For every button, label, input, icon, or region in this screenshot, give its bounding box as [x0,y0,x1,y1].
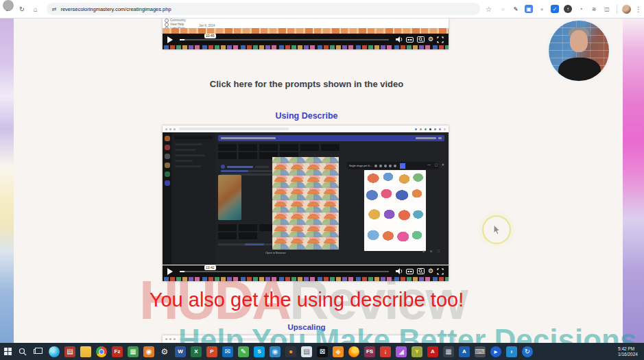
extension-arrow-icon[interactable]: ↑ [564,5,572,13]
video1-controls: 10:45 ⚙ [163,34,449,45]
webpage: Community View Help Light Mode Jan 6, 20… [0,18,644,343]
picture-in-picture-icon[interactable] [417,36,425,43]
window-controls[interactable]: — ▢ ✕ [427,163,446,167]
extension-image-icon[interactable]: ▣ [525,5,533,13]
blob-watercolor-card[interactable] [364,170,426,251]
forward-icon[interactable]: → [3,0,14,11]
extension-check-icon[interactable]: ✓ [551,5,559,13]
profile-avatar[interactable] [622,5,631,14]
taskbar-app-fs[interactable]: FS [364,346,375,357]
start-button[interactable] [0,343,15,360]
home-icon[interactable]: ⌂ [30,3,41,14]
watercolor-left-border [0,18,14,343]
taskbar-app-pattern[interactable]: ◢ [396,346,407,357]
taskbar-app-sync[interactable]: ↻ [522,346,533,357]
red-caption: You also get the using describe too! [103,289,510,311]
scallop-watercolor-image[interactable] [272,157,339,250]
taskbar-app-orange[interactable]: ◆ [333,346,344,357]
toolbar-separator [617,5,617,14]
taskbar-app-word[interactable]: W [175,346,186,357]
taskbar-app-recorder[interactable]: ● [285,346,296,357]
discord-window: Single image per th… — ▢ ✕ Open in Brows… [163,132,449,265]
video1-frame: Community View Help Light Mode Jan 6, 20… [163,19,449,34]
browser-toolbar: ← → ↻ ⌂ ⇄ reversecoloringmastery.com/cre… [0,0,644,19]
address-bar[interactable]: ⇄ reversecoloringmastery.com/creatingima… [47,3,480,15]
taskbar-app-calculator[interactable]: ▦ [443,346,454,357]
taskbar-app-filezilla[interactable]: Fz [112,346,123,357]
taskbar-app-downloader[interactable]: ↓ [380,346,391,357]
taskbar-app-autocad[interactable]: A [459,346,470,357]
windows-taskbar: ▤Fz▦◉⚙WXP✉✎S◉●▤⊠◆FS↓◢YA▦A⌨▸◗↻ 5:42 PM 1/… [0,343,644,360]
taskbar-apps: ▤Fz▦◉⚙WXP✉✎S◉●▤⊠◆FS↓◢YA▦A⌨▸◗↻ [49,346,533,357]
taskbar-app-chrome[interactable] [96,346,107,357]
taskbar-app-skype[interactable]: S [254,346,265,357]
fullscreen-icon[interactable] [437,36,444,43]
taskbar-app-powerpoint[interactable]: P [206,346,217,357]
refresh-icon[interactable]: ↻ [16,3,27,14]
taskbar-app-explorer[interactable] [80,346,91,357]
taskbar-app-store[interactable]: ▤ [64,346,75,357]
taskbar-app-chat[interactable]: ◗ [506,346,517,357]
settings-gear-icon[interactable]: ⚙ [428,36,433,43]
blob-watercolor-image [366,172,424,249]
sidebar-panel-icon[interactable]: ◫ [603,5,611,13]
video1-time-tooltip: 10:45 [204,34,216,38]
clock-date: 1/16/2024 [618,352,643,357]
taskbar-app-settings[interactable]: ⚙ [159,346,170,357]
extensions-row: ○✎▣●✓↑◔≋◫ [499,5,611,13]
presenter-webcam [547,19,611,83]
taskbar-app-navigator[interactable]: ▸ [490,346,501,357]
video-player-top[interactable]: Community View Help Light Mode Jan 6, 20… [163,19,449,49]
taskbar-app-mail[interactable]: ✉ [222,346,233,357]
taskbar-app-snagit[interactable]: ▦ [128,346,139,357]
taskbar-app-firefox[interactable] [348,346,359,357]
presenter-body [558,58,601,83]
taskbar-app-excel[interactable]: X [191,346,202,357]
bookmark-star-icon[interactable]: ☆ [486,5,492,13]
browser-menu-icon[interactable]: ⋮ [635,5,642,13]
extension-ring-icon[interactable]: ○ [499,5,507,13]
task-view-icon [34,348,43,355]
extension-pen-icon[interactable]: ✎ [512,5,520,13]
lightbox-label: Single image per th… [349,165,372,167]
using-describe-link[interactable]: Using Describe [128,111,485,121]
closed-captions-icon[interactable] [406,37,414,43]
video-player-describe[interactable]: Single image per th… — ▢ ✕ Open in Brows… [163,125,449,281]
video2-extension-dots [415,128,446,130]
lightbox-zoom-controls[interactable]: ⊕ ⊖ ⛶ [422,250,442,253]
windows-logo-icon [4,348,12,355]
video2-url-pill [179,128,289,130]
volume-icon[interactable] [396,36,403,43]
search-icon [19,348,27,356]
taskbar-app-acrobat[interactable]: A [427,346,438,357]
taskbar-app-plant[interactable]: Y [412,346,422,357]
video1-thumbnail-strip [163,28,449,34]
site-settings-icon[interactable]: ⇄ [52,6,57,12]
video1-progress-bar[interactable]: 10:45 [180,39,389,40]
taskbar-app-device[interactable]: ⌨ [475,346,486,357]
extension-dot-icon[interactable]: ● [538,5,546,13]
taskbar-app-xsplit[interactable]: ⊠ [317,346,328,357]
extension-text-icon[interactable]: ≋ [590,5,598,13]
taskbar-search-button[interactable] [15,343,30,360]
extension-loop-icon[interactable]: ◔ [577,5,585,13]
lightbox-highlighted-tool[interactable] [400,163,405,169]
play-icon[interactable] [167,36,173,43]
clock-time: 5:42 PM [618,346,643,352]
taskbar-clock[interactable]: 5:42 PM 1/16/2024 [618,346,643,357]
taskbar-app-editor[interactable]: ✎ [238,346,249,357]
watercolor-right-border [623,18,644,343]
taskbar-app-edge[interactable] [49,346,60,357]
url-text[interactable]: reversecoloringmastery.com/creatingimage… [60,6,171,12]
cursor-highlight-ring [482,215,511,244]
video1-filmstrip[interactable] [163,45,449,49]
mouse-cursor-icon [492,224,501,235]
task-view-button[interactable] [30,343,45,360]
lightbox-tool-icon[interactable] [374,165,377,167]
video1-date-label: Jan 6, 2024 [199,24,215,27]
taskbar-app-capture[interactable]: ◉ [270,346,281,357]
presenter-face [570,30,588,52]
taskbar-app-notes[interactable]: ▤ [301,346,312,357]
open-in-browser-label[interactable]: Open in Browser [265,251,286,254]
taskbar-app-globe[interactable]: ◉ [143,346,154,357]
